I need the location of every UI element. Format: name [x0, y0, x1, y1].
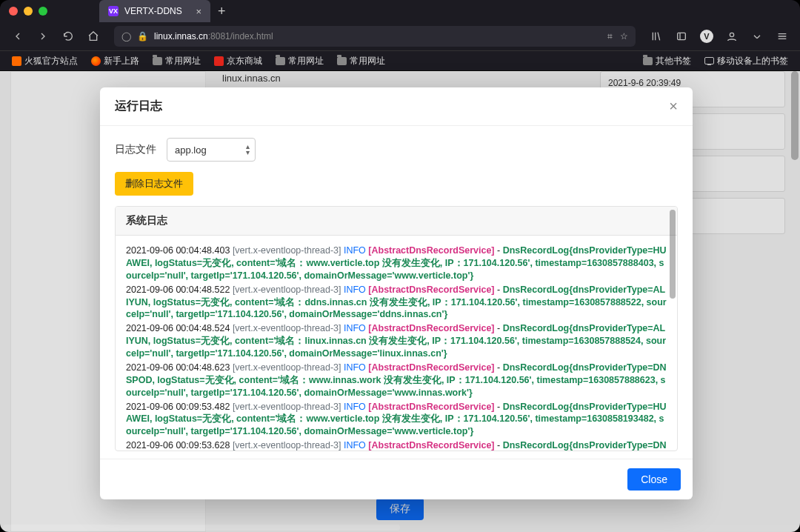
svg-point-1 — [730, 33, 733, 36]
log-entry: 2021-09-06 00:04:48.623 [vert.x-eventloo… — [126, 362, 667, 399]
url-path: :8081/index.html — [208, 31, 273, 41]
browser-window: VX VERTX-DDNS × + ◯ 🔒 linux.innas.cn:808… — [0, 0, 800, 532]
log-entry: 2021-09-06 00:04:48.522 [vert.x-eventloo… — [126, 284, 667, 322]
tab-favicon: VX — [108, 6, 119, 16]
home-button[interactable] — [83, 26, 104, 47]
maximize-window-button[interactable] — [39, 7, 47, 16]
log-service: [AbstractDnsRecordService] — [368, 285, 494, 295]
extension-badge[interactable]: V — [696, 26, 717, 47]
bookmark-folder[interactable]: 常用网址 — [148, 53, 205, 69]
bookmark-item[interactable]: 京东商城 — [210, 53, 267, 69]
svg-rect-0 — [678, 33, 686, 39]
bookmark-label: 京东商城 — [227, 55, 262, 67]
back-button[interactable] — [7, 26, 28, 47]
browser-tab[interactable]: VX VERTX-DDNS × — [99, 0, 210, 22]
overflow-menu-icon[interactable] — [747, 26, 767, 47]
delete-log-button[interactable]: 删除日志文件 — [115, 172, 193, 196]
log-level: INFO — [344, 285, 366, 295]
log-level: INFO — [344, 323, 366, 333]
bookmark-folder[interactable]: 常用网址 — [333, 53, 390, 69]
tab-title: VERTX-DDNS — [124, 6, 182, 16]
log-entry: 2021-09-06 00:09:53.628 [vert.x-eventloo… — [126, 439, 667, 450]
minimize-window-button[interactable] — [24, 7, 33, 16]
extension-badge-letter: V — [700, 30, 713, 43]
log-file-label: 日志文件 — [115, 143, 156, 156]
new-tab-button[interactable]: + — [210, 4, 233, 19]
log-modal: 运行日志 × 日志文件 app.log ▴▾ 删除日志文件 系统日志 2021-… — [100, 87, 693, 499]
tab-close-icon[interactable]: × — [196, 6, 201, 17]
folder-icon — [337, 57, 347, 65]
log-level: INFO — [344, 440, 366, 450]
device-icon — [704, 57, 714, 64]
shield-icon: ◯ — [121, 31, 131, 41]
bookmark-item[interactable]: 火狐官方站点 — [7, 53, 82, 69]
log-entry: 2021-09-06 00:04:48.403 [vert.x-eventloo… — [126, 245, 667, 282]
bookmark-item[interactable]: 新手上路 — [87, 53, 144, 69]
bookmark-label: 火狐官方站点 — [24, 55, 78, 67]
bookmark-folder-mobile[interactable]: 移动设备上的书签 — [700, 53, 793, 69]
titlebar: VX VERTX-DDNS × + — [0, 0, 800, 22]
log-timestamp: 2021-09-06 00:04:48.524 — [126, 323, 230, 333]
log-thread: [vert.x-eventloop-thread-3] — [233, 440, 341, 450]
system-log-panel-title: 系统日志 — [116, 207, 677, 236]
folder-icon — [643, 57, 653, 65]
modal-header: 运行日志 × — [100, 87, 693, 126]
hamburger-menu-icon[interactable] — [772, 26, 793, 47]
forward-button[interactable] — [33, 26, 53, 47]
log-service: [AbstractDnsRecordService] — [368, 402, 494, 412]
log-timestamp: 2021-09-06 00:09:53.628 — [126, 440, 230, 450]
log-file-row: 日志文件 app.log ▴▾ — [115, 138, 678, 162]
log-level: INFO — [344, 362, 366, 373]
toolbar-right: V — [646, 26, 793, 47]
library-icon[interactable] — [646, 26, 667, 47]
bookmark-star-icon[interactable]: ☆ — [620, 31, 628, 41]
log-level: INFO — [344, 245, 366, 256]
modal-close-icon[interactable]: × — [669, 98, 678, 115]
bookmark-label: 常用网址 — [288, 55, 324, 67]
log-thread: [vert.x-eventloop-thread-3] — [233, 245, 341, 256]
url-host: linux.innas.cn — [154, 31, 208, 41]
system-log-panel: 系统日志 2021-09-06 00:04:48.403 [vert.x-eve… — [115, 206, 678, 451]
close-button[interactable]: Close — [627, 468, 681, 491]
bookmark-label: 移动设备上的书签 — [717, 55, 788, 67]
window-bottom-scrollbar[interactable] — [3, 525, 797, 531]
log-service: [AbstractDnsRecordService] — [368, 440, 494, 450]
log-timestamp: 2021-09-06 00:04:48.623 — [126, 362, 230, 373]
bookmark-label: 常用网址 — [165, 55, 201, 67]
log-scrollbar[interactable] — [670, 210, 676, 299]
sidebar-icon[interactable] — [671, 26, 692, 47]
bookmark-folder[interactable]: 常用网址 — [271, 53, 328, 69]
qr-icon[interactable]: ⌗ — [607, 31, 613, 41]
log-thread: [vert.x-eventloop-thread-3] — [233, 362, 341, 373]
close-window-button[interactable] — [9, 7, 18, 16]
modal-footer: Close — [100, 459, 693, 499]
traffic-lights — [9, 7, 47, 16]
log-entry: 2021-09-06 00:04:48.524 [vert.x-eventloo… — [126, 322, 667, 360]
folder-icon — [153, 57, 162, 65]
account-icon[interactable] — [721, 26, 742, 47]
reload-button[interactable] — [58, 26, 79, 47]
bookmarks-bar: 火狐官方站点 新手上路 常用网址 京东商城 常用网址 常用网址 其他书签 移动设… — [0, 50, 800, 71]
log-thread: [vert.x-eventloop-thread-3] — [233, 402, 341, 412]
url-bar[interactable]: ◯ 🔒 linux.innas.cn:8081/index.html ⌗ ☆ — [114, 26, 636, 47]
lock-icon: 🔒 — [137, 31, 148, 41]
log-level: INFO — [344, 402, 366, 412]
bookmark-folder-other[interactable]: 其他书签 — [639, 53, 696, 69]
log-thread: [vert.x-eventloop-thread-3] — [233, 285, 341, 295]
log-service: [AbstractDnsRecordService] — [368, 362, 494, 373]
log-entry: 2021-09-06 00:09:53.482 [vert.x-eventloo… — [126, 401, 667, 439]
tab-strip: VX VERTX-DDNS × + — [99, 0, 233, 22]
firefox-icon — [12, 56, 21, 66]
log-service: [AbstractDnsRecordService] — [368, 245, 494, 256]
modal-title: 运行日志 — [115, 99, 162, 114]
log-timestamp: 2021-09-06 00:04:48.403 — [126, 245, 230, 256]
log-timestamp: 2021-09-06 00:09:53.482 — [126, 402, 230, 412]
scrollbar-thumb[interactable] — [3, 525, 400, 531]
log-file-select[interactable]: app.log — [167, 138, 256, 162]
bookmark-label: 新手上路 — [104, 55, 139, 67]
folder-icon — [276, 57, 285, 65]
bookmark-label: 常用网址 — [350, 55, 385, 67]
log-service: [AbstractDnsRecordService] — [368, 323, 494, 333]
system-log-body[interactable]: 2021-09-06 00:04:48.403 [vert.x-eventloo… — [116, 236, 677, 450]
nav-toolbar: ◯ 🔒 linux.innas.cn:8081/index.html ⌗ ☆ V — [0, 22, 800, 50]
